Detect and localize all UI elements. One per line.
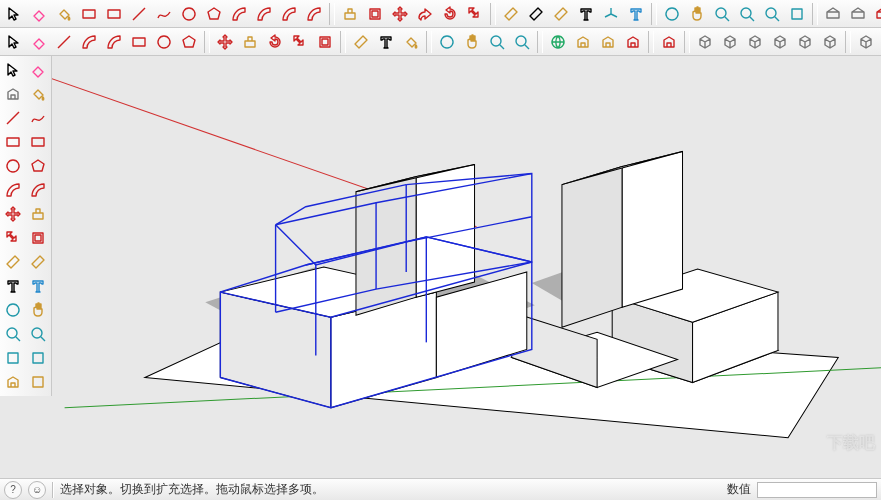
rotate-button[interactable] <box>263 30 287 54</box>
orbit-button[interactable] <box>435 30 459 54</box>
pan-button[interactable] <box>26 298 50 322</box>
scale-button[interactable] <box>463 2 487 26</box>
text-button[interactable] <box>574 2 598 26</box>
select-button[interactable] <box>1 58 25 82</box>
pan-button[interactable] <box>685 2 709 26</box>
eraser-button[interactable] <box>27 2 51 26</box>
section-display-button[interactable] <box>846 2 870 26</box>
rotated-rect-button[interactable] <box>26 130 50 154</box>
layout-button[interactable] <box>657 30 681 54</box>
pushpull-button[interactable] <box>26 202 50 226</box>
prev-view-button[interactable] <box>785 2 809 26</box>
zoom-button[interactable] <box>710 2 734 26</box>
zoom-extents-button[interactable] <box>760 2 784 26</box>
3d-warehouse-button[interactable] <box>1 370 25 394</box>
circle-button[interactable] <box>177 2 201 26</box>
polygon-button[interactable] <box>202 2 226 26</box>
arc2-button[interactable] <box>102 30 126 54</box>
orbit-button[interactable] <box>660 2 684 26</box>
rectangle-button[interactable] <box>127 30 151 54</box>
3dtext-button[interactable] <box>624 2 648 26</box>
line-button[interactable] <box>127 2 151 26</box>
move-button[interactable] <box>1 202 25 226</box>
tape-button[interactable] <box>499 2 523 26</box>
tool-row <box>1 274 50 298</box>
freehand-button[interactable] <box>26 106 50 130</box>
move-button[interactable] <box>213 30 237 54</box>
line-button[interactable] <box>52 30 76 54</box>
style1-button[interactable] <box>854 30 878 54</box>
geo-location-button[interactable] <box>546 30 570 54</box>
front-button[interactable] <box>743 30 767 54</box>
scale-button[interactable] <box>288 30 312 54</box>
rotate-button[interactable] <box>438 2 462 26</box>
offset-button[interactable] <box>313 30 337 54</box>
follow-me-button[interactable] <box>413 2 437 26</box>
move-button[interactable] <box>388 2 412 26</box>
person-button[interactable]: ☺ <box>28 481 46 499</box>
pie-button[interactable] <box>302 2 326 26</box>
paint-bucket-button[interactable] <box>26 82 50 106</box>
polygon-button[interactable] <box>26 154 50 178</box>
back-button[interactable] <box>793 30 817 54</box>
offset-button[interactable] <box>26 226 50 250</box>
circle-button[interactable] <box>1 154 25 178</box>
scale-button[interactable] <box>1 226 25 250</box>
text-button[interactable] <box>374 30 398 54</box>
pan-button[interactable] <box>460 30 484 54</box>
paint-bucket-button[interactable] <box>399 30 423 54</box>
offset-button[interactable] <box>363 2 387 26</box>
arc2-button[interactable] <box>252 2 276 26</box>
dimension-button[interactable] <box>524 2 548 26</box>
iso-button[interactable] <box>693 30 717 54</box>
rectangle-button[interactable] <box>77 2 101 26</box>
measurement-input[interactable] <box>757 482 877 498</box>
eraser-button[interactable] <box>26 58 50 82</box>
component-button[interactable] <box>596 30 620 54</box>
protractor-button[interactable] <box>26 250 50 274</box>
prev-view-button[interactable] <box>1 346 25 370</box>
tape-button[interactable] <box>1 250 25 274</box>
protractor-button[interactable] <box>549 2 573 26</box>
warehouse-button[interactable] <box>571 30 595 54</box>
rectangle-button[interactable] <box>1 130 25 154</box>
help-button[interactable]: ? <box>4 481 22 499</box>
3d-viewport[interactable]: 下载吧 <box>52 56 881 478</box>
left-button[interactable] <box>818 30 842 54</box>
select-button[interactable] <box>2 2 26 26</box>
right-button[interactable] <box>768 30 792 54</box>
zoom-button[interactable] <box>1 322 25 346</box>
circle-button[interactable] <box>152 30 176 54</box>
extension-button[interactable] <box>621 30 645 54</box>
tape-button[interactable] <box>349 30 373 54</box>
orbit-icon <box>664 6 680 22</box>
zoom-window-button[interactable] <box>735 2 759 26</box>
arc-button[interactable] <box>77 30 101 54</box>
eraser-button[interactable] <box>27 30 51 54</box>
arc3-button[interactable] <box>277 2 301 26</box>
freehand-button[interactable] <box>152 2 176 26</box>
axes-button[interactable] <box>599 2 623 26</box>
paint-bucket-button[interactable] <box>52 2 76 26</box>
3dtext-button[interactable] <box>26 274 50 298</box>
component-button[interactable] <box>1 82 25 106</box>
zoom-extents-button[interactable] <box>510 30 534 54</box>
polygon-button[interactable] <box>177 30 201 54</box>
arc2-button[interactable] <box>26 178 50 202</box>
arc-button[interactable] <box>227 2 251 26</box>
walk-button[interactable] <box>26 370 50 394</box>
select-button[interactable] <box>2 30 26 54</box>
pushpull-button[interactable] <box>238 30 262 54</box>
rotated-rect-button[interactable] <box>102 2 126 26</box>
section-plane-button[interactable] <box>821 2 845 26</box>
orbit-button[interactable] <box>1 298 25 322</box>
zoom-extents-button[interactable] <box>26 322 50 346</box>
pushpull-button[interactable] <box>338 2 362 26</box>
section-fill-button[interactable] <box>871 2 881 26</box>
position-camera-button[interactable] <box>26 346 50 370</box>
arc-button[interactable] <box>1 178 25 202</box>
zoom-button[interactable] <box>485 30 509 54</box>
text-button[interactable] <box>1 274 25 298</box>
line-button[interactable] <box>1 106 25 130</box>
top-button[interactable] <box>718 30 742 54</box>
